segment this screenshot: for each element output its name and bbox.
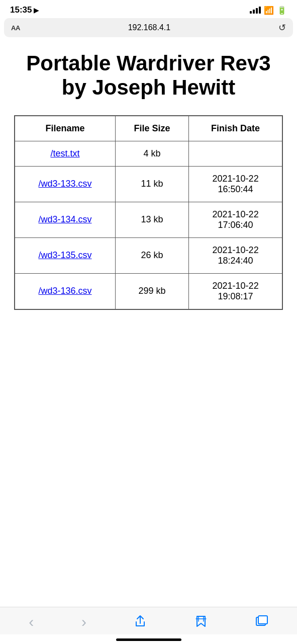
address-bar[interactable]: AA 192.168.4.1 ↺ — [4, 18, 293, 37]
cell-finishdate: 2021-10-2218:24:40 — [189, 237, 282, 273]
wifi-icon: 📶 — [264, 6, 274, 15]
page-title: Portable Wardriver Rev3 by Joseph Hewitt — [14, 51, 283, 100]
cell-filename[interactable]: /wd3-133.csv — [15, 166, 115, 202]
table-header-row: Filename File Size Finish Date — [15, 116, 282, 141]
cell-filesize: 11 kb — [115, 166, 188, 202]
table-row: /test.txt4 kb — [15, 141, 282, 166]
bookmarks-icon — [194, 615, 208, 629]
tabs-button[interactable] — [255, 615, 268, 629]
file-table: Filename File Size Finish Date /test.txt… — [14, 115, 283, 310]
file-link[interactable]: /test.txt — [50, 148, 79, 158]
signal-bars-icon — [250, 7, 261, 14]
font-size-control[interactable]: AA — [11, 24, 20, 32]
cell-filesize: 299 kb — [115, 273, 188, 309]
home-indicator — [0, 634, 297, 644]
forward-icon: › — [81, 613, 86, 630]
forward-button[interactable]: › — [81, 613, 86, 630]
cell-filename[interactable]: /wd3-134.csv — [15, 202, 115, 237]
battery-icon: 🔋 — [277, 6, 287, 15]
table-row: /wd3-134.csv13 kb2021-10-2217:06:40 — [15, 202, 282, 237]
file-link[interactable]: /wd3-133.csv — [38, 179, 91, 189]
back-icon: ‹ — [29, 613, 34, 630]
cell-filename[interactable]: /wd3-135.csv — [15, 237, 115, 273]
cell-filesize: 26 kb — [115, 237, 188, 273]
status-time: 15:35 — [10, 5, 32, 15]
file-link[interactable]: /wd3-136.csv — [38, 286, 91, 296]
table-row: /wd3-133.csv11 kb2021-10-2216:50:44 — [15, 166, 282, 202]
table-row: /wd3-135.csv26 kb2021-10-2218:24:40 — [15, 237, 282, 273]
cell-finishdate: 2021-10-2219:08:17 — [189, 273, 282, 309]
bookmarks-button[interactable] — [194, 615, 208, 629]
status-bar: 15:35 ▶ 📶 🔋 — [0, 0, 297, 18]
cell-finishdate: 2021-10-2217:06:40 — [189, 202, 282, 237]
main-content: Portable Wardriver Rev3 by Joseph Hewitt… — [0, 41, 297, 607]
status-icons: 📶 🔋 — [250, 6, 287, 15]
col-header-finishdate: Finish Date — [189, 116, 282, 141]
cell-finishdate — [189, 141, 282, 166]
svg-rect-1 — [258, 616, 267, 624]
file-link[interactable]: /wd3-134.csv — [38, 214, 91, 224]
cell-filesize: 13 kb — [115, 202, 188, 237]
reload-icon[interactable]: ↺ — [278, 22, 286, 33]
url-display[interactable]: 192.168.4.1 — [20, 23, 278, 32]
tabs-icon — [255, 615, 268, 629]
home-bar — [116, 638, 181, 641]
table-row: /wd3-136.csv299 kb2021-10-2219:08:17 — [15, 273, 282, 309]
location-arrow-icon: ▶ — [34, 6, 39, 14]
share-icon — [134, 615, 147, 629]
col-header-filesize: File Size — [115, 116, 188, 141]
cell-filename[interactable]: /test.txt — [15, 141, 115, 166]
share-button[interactable] — [134, 615, 147, 629]
file-link[interactable]: /wd3-135.csv — [38, 250, 91, 260]
col-header-filename: Filename — [15, 116, 115, 141]
cell-filename[interactable]: /wd3-136.csv — [15, 273, 115, 309]
cell-filesize: 4 kb — [115, 141, 188, 166]
back-button[interactable]: ‹ — [29, 613, 34, 630]
cell-finishdate: 2021-10-2216:50:44 — [189, 166, 282, 202]
bottom-toolbar: ‹ › — [0, 607, 297, 634]
